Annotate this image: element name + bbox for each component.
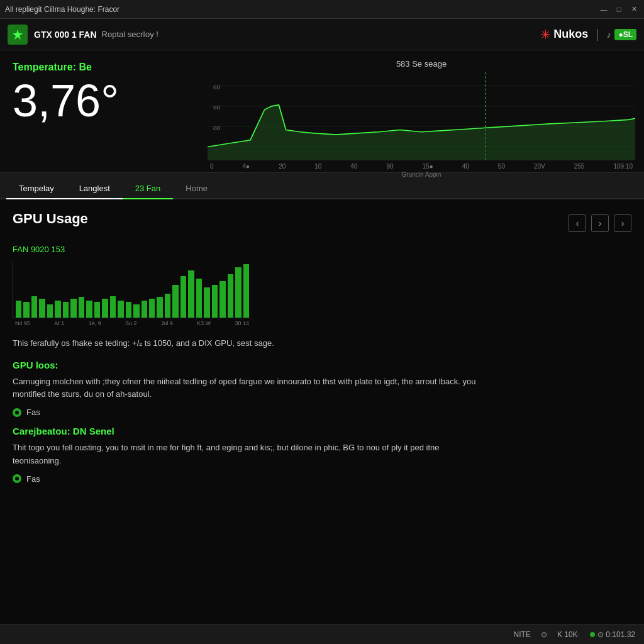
- header-right: ✳ Nukos | ♪ ●SL: [540, 27, 636, 42]
- bar-item: [47, 304, 53, 318]
- bar-item: [142, 301, 147, 318]
- bar-chart-container: N4 95At 11é, 9Su 2Jul 9K3.W30 14: [13, 262, 252, 331]
- svg-text:00: 00: [213, 125, 221, 131]
- sl-badge[interactable]: ●SL: [614, 29, 636, 40]
- fan-info: FAN 9020 153: [13, 245, 631, 254]
- bullet-item-1: Fas: [13, 408, 631, 417]
- status-nite: NITE: [514, 630, 531, 639]
- bar-item: [16, 301, 21, 318]
- music-icon[interactable]: ♪: [606, 30, 611, 40]
- chart-x-labels: 0 4● 20 10 40 90 15● 40 50 20V 255 109.1…: [208, 163, 635, 170]
- main-content: GPU Usage ‹ › › FAN 9020 153 N4 95At 11é…: [0, 199, 644, 624]
- svg-text:60: 60: [213, 104, 221, 111]
- bar-item: [172, 285, 178, 318]
- minimize-button[interactable]: —: [599, 4, 609, 14]
- bar-item: [63, 302, 69, 318]
- tab-langlest[interactable]: Langlest: [67, 177, 123, 199]
- svg-marker-0: [13, 30, 23, 40]
- section-body-1: Carnuging molchen with ;they ofner the n…: [13, 375, 484, 402]
- bar-item: [219, 281, 225, 318]
- bar-item: [204, 287, 209, 318]
- bullet-label-1: Fas: [26, 408, 40, 417]
- bar-item: [212, 285, 218, 318]
- line-chart-container: 583 Se seage 60 60 00 0 4● 20 10 40 90 1…: [208, 50, 644, 172]
- bar-item: [110, 296, 116, 318]
- bar-item: [55, 301, 60, 318]
- bar-item: [70, 299, 76, 318]
- bar-item: [188, 270, 194, 318]
- app-header: GTX 000 1 FAN Roptal secrIoy ! ✳ Nukos |…: [0, 19, 644, 50]
- status-circle1: ⊙: [541, 630, 547, 639]
- bar-item: [157, 297, 162, 318]
- bar-item: [102, 299, 108, 318]
- bar-item: [243, 264, 249, 318]
- bar-item: [23, 302, 29, 318]
- status-10k: K 10K·: [557, 630, 580, 639]
- temperature-value: 3,76°: [13, 78, 195, 123]
- gpu-label: GTX 000 1 FAN: [34, 30, 97, 40]
- nukos-logo: ✳ Nukos: [540, 27, 588, 42]
- bullet-dot-1: [13, 408, 21, 417]
- arrow-left-button[interactable]: ‹: [569, 214, 586, 232]
- app-icon: [8, 25, 28, 45]
- bar-item: [39, 299, 45, 318]
- bullet-dot-2: [13, 474, 21, 483]
- temperature-label: Temperature: Be: [13, 62, 195, 73]
- temperature-left: Temperature: Be 3,76°: [0, 50, 208, 172]
- titlebar-title: All repliegit Ciilma Houghe: Fracor: [5, 5, 119, 14]
- header-subtitle: Roptal secrIoy !: [102, 30, 158, 39]
- section-heading-2: Carejbeatou: DN Senel: [13, 426, 631, 436]
- titlebar: All repliegit Ciilma Houghe: Fracor — □ …: [0, 0, 644, 19]
- section-title: GPU Usage: [13, 211, 88, 227]
- bullet-label-2: Fas: [26, 474, 40, 484]
- arrow-right-button[interactable]: ›: [591, 214, 609, 232]
- header-separator: |: [596, 27, 599, 42]
- bar-item: [180, 276, 186, 318]
- bar-item: [165, 294, 170, 318]
- section-body-2: Thit togo you fell ousting, you to msit …: [13, 441, 484, 468]
- temperature-section: Temperature: Be 3,76° 583 Se seage 60 60…: [0, 50, 644, 173]
- bar-item: [94, 302, 100, 318]
- bar-item: [196, 279, 202, 318]
- temperature-line-chart: 60 60 00: [208, 72, 635, 160]
- bar-item: [118, 301, 123, 318]
- bar-item: [31, 296, 37, 318]
- tab-23fan[interactable]: 23 Fan: [123, 177, 173, 199]
- bar-item: [79, 297, 84, 318]
- nav-arrows: ‹ › ›: [569, 214, 631, 232]
- header-icons: ♪ ●SL: [606, 29, 636, 40]
- chart-title: 583 Se seage: [208, 59, 635, 69]
- nukos-star-icon: ✳: [540, 27, 551, 42]
- chart-x-title: Gruncin Appin: [208, 171, 635, 178]
- close-button[interactable]: ✕: [629, 4, 639, 14]
- bullet-item-2: Fas: [13, 474, 631, 484]
- bar-item: [228, 274, 233, 318]
- nukos-brand-text: Nukos: [553, 28, 588, 41]
- bar-x-labels: N4 95At 11é, 9Su 2Jul 9K3.W30 14: [13, 318, 252, 326]
- bar-item: [133, 304, 139, 318]
- bar-chart: [13, 262, 252, 318]
- bar-item: [235, 267, 241, 318]
- status-green-dot: [590, 632, 595, 637]
- section-heading-1: GPU loos:: [13, 360, 631, 370]
- tab-tempelay[interactable]: Tempelay: [6, 177, 67, 199]
- status-time: ⊙ 0:101.32: [590, 630, 635, 639]
- bar-item: [149, 299, 155, 318]
- tab-home[interactable]: Home: [173, 177, 220, 199]
- bar-item: [126, 302, 131, 318]
- titlebar-controls: — □ ✕: [599, 4, 639, 14]
- bar-item: [86, 301, 92, 318]
- arrow-right2-button[interactable]: ›: [614, 214, 631, 232]
- maximize-button[interactable]: □: [614, 4, 624, 14]
- statusbar: NITE ⊙ K 10K· ⊙ 0:101.32: [0, 624, 644, 644]
- description-text: This ferafully os fhake se teding: +/₂ t…: [13, 337, 453, 350]
- svg-text:60: 60: [213, 84, 221, 91]
